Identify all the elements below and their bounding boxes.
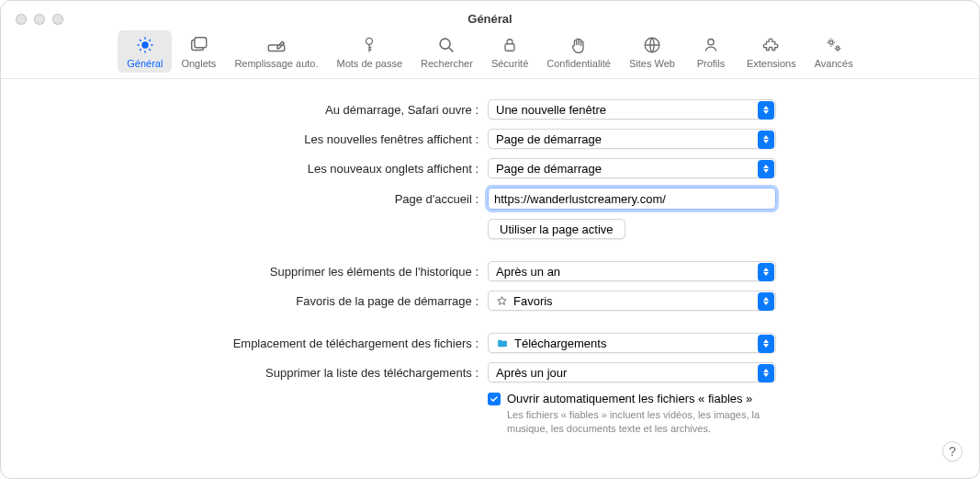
svg-point-0 [142, 42, 148, 48]
new-tabs-value: Page de démarrage [496, 162, 775, 176]
chevron-updown-icon [758, 292, 774, 311]
chevron-updown-icon [758, 335, 774, 353]
chevron-updown-icon [758, 131, 774, 149]
close-window-button[interactable] [16, 14, 27, 25]
open-safe-files-hint: Les fichiers « fiables » incluent les vi… [507, 408, 801, 436]
button-label: Utiliser la page active [500, 222, 614, 236]
tab-profiles[interactable]: Profils [684, 30, 738, 73]
pencil-field-icon [265, 34, 287, 56]
hand-icon [568, 34, 590, 56]
gears-icon [823, 34, 845, 56]
startup-value: Une nouvelle fenêtre [496, 103, 775, 117]
tab-label: Avancés [815, 58, 853, 69]
tab-label: Général [127, 58, 163, 69]
general-pane: Au démarrage, Safari ouvre : Une nouvell… [1, 79, 979, 436]
titlebar: Général [1, 1, 979, 25]
preferences-toolbar: Général Onglets Remplissage auto. [1, 25, 979, 79]
download-location-popup[interactable]: Téléchargements [488, 333, 776, 353]
help-label: ? [949, 444, 956, 459]
svg-point-8 [708, 40, 714, 45]
tab-passwords[interactable]: Mots de passe [328, 30, 412, 73]
chevron-updown-icon [758, 101, 774, 120]
download-location-value: Téléchargements [514, 336, 775, 350]
tab-label: Mots de passe [337, 58, 403, 69]
tab-label: Profils [697, 58, 726, 69]
gear-icon [134, 34, 156, 56]
history-label: Supprimer les éléments de l'historique : [38, 265, 488, 279]
folder-icon [496, 337, 509, 349]
download-location-label: Emplacement de téléchargement des fichie… [38, 336, 488, 350]
download-clear-label: Supprimer la liste des téléchargements : [38, 366, 488, 380]
tab-label: Onglets [181, 58, 216, 69]
globe-icon [641, 34, 663, 56]
use-current-page-button[interactable]: Utiliser la page active [488, 219, 625, 239]
window-title: Général [1, 12, 979, 26]
help-button[interactable]: ? [942, 441, 963, 462]
svg-point-10 [836, 47, 839, 50]
tab-label: Rechercher [421, 58, 473, 69]
tab-label: Extensions [747, 58, 796, 69]
preferences-window: Général Général Onglets [0, 0, 980, 479]
tab-search[interactable]: Rechercher [411, 30, 482, 73]
favorites-value: Favoris [513, 294, 775, 308]
download-clear-value: Après un jour [496, 366, 775, 380]
favorites-label: Favoris de la page de démarrage : [38, 294, 488, 308]
minimize-window-button[interactable] [34, 14, 45, 25]
svg-point-5 [441, 39, 451, 49]
star-icon [496, 295, 508, 307]
checkbox-checked-icon [488, 393, 501, 405]
download-clear-popup[interactable]: Après un jour [488, 362, 776, 382]
tab-general[interactable]: Général [118, 30, 172, 73]
startup-popup[interactable]: Une nouvelle fenêtre [488, 99, 776, 120]
tabs-icon [187, 34, 209, 56]
zoom-window-button[interactable] [52, 14, 63, 25]
window-controls [16, 14, 63, 25]
new-windows-label: Les nouvelles fenêtres affichent : [38, 132, 488, 146]
tab-privacy[interactable]: Confidentialité [537, 30, 620, 73]
history-value: Après un an [496, 265, 775, 279]
lock-icon [499, 34, 521, 56]
chevron-updown-icon [758, 263, 774, 281]
open-safe-files-checkbox[interactable]: Ouvrir automatiquement les fichiers « fi… [488, 392, 818, 405]
new-windows-value: Page de démarrage [496, 132, 775, 146]
search-icon [435, 34, 457, 56]
homepage-input[interactable] [488, 188, 776, 210]
tab-label: Sécurité [491, 58, 528, 69]
puzzle-icon [760, 34, 783, 56]
history-popup[interactable]: Après un an [488, 261, 776, 281]
tab-extensions[interactable]: Extensions [738, 30, 805, 73]
favorites-popup[interactable]: Favoris [488, 291, 776, 311]
new-tabs-popup[interactable]: Page de démarrage [488, 158, 776, 178]
tab-tabs[interactable]: Onglets [172, 30, 225, 73]
key-icon [358, 34, 380, 56]
svg-point-4 [366, 38, 373, 44]
tab-security[interactable]: Sécurité [482, 30, 537, 73]
chevron-updown-icon [758, 160, 774, 178]
homepage-label: Page d'accueil : [38, 192, 488, 206]
tab-label: Confidentialité [546, 58, 611, 69]
tab-label: Sites Web [629, 58, 675, 69]
tab-advanced[interactable]: Avancés [805, 30, 862, 73]
tab-label: Remplissage auto. [234, 58, 318, 69]
open-safe-files-label: Ouvrir automatiquement les fichiers « fi… [507, 392, 752, 405]
chevron-updown-icon [758, 364, 774, 382]
new-tabs-label: Les nouveaux onglets affichent : [38, 162, 488, 176]
person-icon [700, 34, 722, 56]
new-windows-popup[interactable]: Page de démarrage [488, 129, 776, 149]
tab-autofill[interactable]: Remplissage auto. [225, 30, 327, 73]
svg-rect-2 [195, 38, 207, 48]
tab-websites[interactable]: Sites Web [620, 30, 684, 73]
svg-rect-6 [505, 44, 514, 51]
startup-label: Au démarrage, Safari ouvre : [38, 103, 488, 117]
